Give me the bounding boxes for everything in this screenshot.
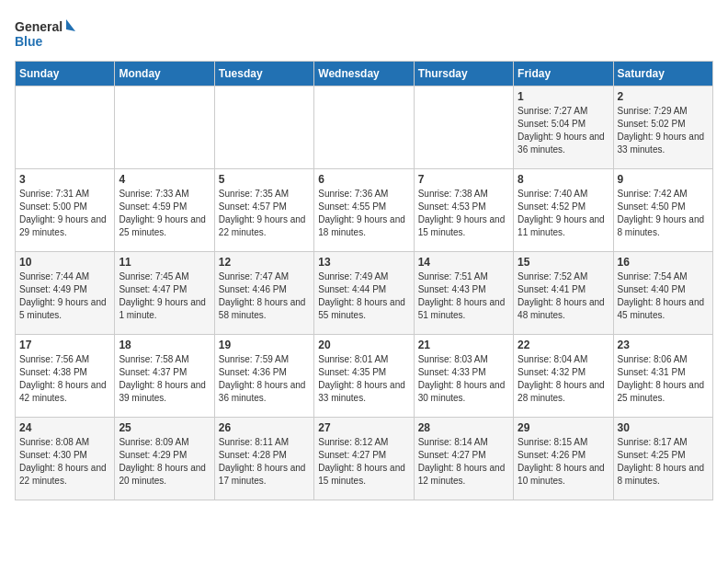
day-info: Sunrise: 7:42 AMSunset: 4:50 PMDaylight:…	[618, 188, 709, 239]
day-number: 19	[219, 339, 310, 351]
day-info: Sunrise: 7:47 AMSunset: 4:46 PMDaylight:…	[219, 270, 310, 322]
day-info: Sunrise: 7:49 AMSunset: 4:44 PMDaylight:…	[318, 270, 409, 322]
day-info: Sunrise: 7:56 AMSunset: 4:38 PMDaylight:…	[19, 353, 110, 405]
weekday-header-thursday: Thursday	[414, 62, 513, 86]
day-number: 20	[318, 339, 409, 351]
calendar-cell	[414, 86, 513, 169]
logo: GeneralBlue	[15, 15, 79, 52]
svg-marker-2	[66, 19, 75, 31]
calendar-cell: 13Sunrise: 7:49 AMSunset: 4:44 PMDayligh…	[314, 252, 414, 335]
day-number: 13	[318, 256, 409, 269]
calendar-cell: 4Sunrise: 7:33 AMSunset: 4:59 PMDaylight…	[115, 169, 214, 252]
calendar-cell: 28Sunrise: 8:14 AMSunset: 4:27 PMDayligh…	[414, 418, 513, 500]
calendar-cell: 12Sunrise: 7:47 AMSunset: 4:46 PMDayligh…	[214, 252, 313, 335]
day-info: Sunrise: 8:14 AMSunset: 4:27 PMDaylight:…	[418, 436, 509, 488]
calendar-cell: 21Sunrise: 8:03 AMSunset: 4:33 PMDayligh…	[414, 335, 513, 418]
day-number: 25	[119, 421, 210, 434]
calendar-cell	[214, 86, 313, 169]
day-info: Sunrise: 7:31 AMSunset: 5:00 PMDaylight:…	[19, 188, 110, 239]
day-info: Sunrise: 7:44 AMSunset: 4:49 PMDaylight:…	[19, 270, 110, 322]
day-info: Sunrise: 7:29 AMSunset: 5:02 PMDaylight:…	[618, 105, 709, 156]
weekday-header-monday: Monday	[115, 62, 214, 86]
calendar-cell: 26Sunrise: 8:11 AMSunset: 4:28 PMDayligh…	[214, 418, 313, 500]
day-info: Sunrise: 7:27 AMSunset: 5:04 PMDaylight:…	[518, 105, 609, 156]
day-number: 28	[418, 421, 509, 434]
day-number: 18	[119, 339, 210, 351]
svg-text:Blue: Blue	[15, 34, 43, 49]
calendar-cell: 19Sunrise: 7:59 AMSunset: 4:36 PMDayligh…	[214, 335, 313, 418]
calendar-header: SundayMondayTuesdayWednesdayThursdayFrid…	[16, 62, 713, 86]
calendar-cell: 22Sunrise: 8:04 AMSunset: 4:32 PMDayligh…	[514, 335, 613, 418]
calendar-cell: 14Sunrise: 7:51 AMSunset: 4:43 PMDayligh…	[414, 252, 513, 335]
calendar-week-row: 17Sunrise: 7:56 AMSunset: 4:38 PMDayligh…	[16, 335, 713, 418]
weekday-header-friday: Friday	[514, 62, 613, 86]
day-info: Sunrise: 7:54 AMSunset: 4:40 PMDaylight:…	[618, 270, 709, 322]
calendar-cell: 2Sunrise: 7:29 AMSunset: 5:02 PMDaylight…	[613, 86, 712, 169]
calendar-cell: 6Sunrise: 7:36 AMSunset: 4:55 PMDaylight…	[314, 169, 414, 252]
day-number: 4	[119, 173, 210, 186]
day-number: 14	[418, 256, 509, 269]
calendar-cell: 9Sunrise: 7:42 AMSunset: 4:50 PMDaylight…	[613, 169, 712, 252]
calendar-table: SundayMondayTuesdayWednesdayThursdayFrid…	[15, 61, 713, 500]
calendar-cell: 1Sunrise: 7:27 AMSunset: 5:04 PMDaylight…	[514, 86, 613, 169]
day-number: 27	[318, 421, 409, 434]
day-number: 7	[418, 173, 509, 186]
calendar-cell: 24Sunrise: 8:08 AMSunset: 4:30 PMDayligh…	[16, 418, 115, 500]
day-number: 11	[119, 256, 210, 269]
day-info: Sunrise: 7:59 AMSunset: 4:36 PMDaylight:…	[219, 353, 310, 405]
calendar-cell: 16Sunrise: 7:54 AMSunset: 4:40 PMDayligh…	[613, 252, 712, 335]
day-info: Sunrise: 8:15 AMSunset: 4:26 PMDaylight:…	[518, 436, 609, 488]
day-number: 26	[219, 421, 310, 434]
calendar-cell: 5Sunrise: 7:35 AMSunset: 4:57 PMDaylight…	[214, 169, 313, 252]
calendar-cell: 11Sunrise: 7:45 AMSunset: 4:47 PMDayligh…	[115, 252, 214, 335]
calendar-cell: 29Sunrise: 8:15 AMSunset: 4:26 PMDayligh…	[514, 418, 613, 500]
weekday-header-wednesday: Wednesday	[314, 62, 414, 86]
day-number: 16	[618, 256, 709, 269]
weekday-header-tuesday: Tuesday	[214, 62, 313, 86]
calendar-cell	[16, 86, 115, 169]
day-info: Sunrise: 8:06 AMSunset: 4:31 PMDaylight:…	[618, 353, 709, 405]
calendar-week-row: 3Sunrise: 7:31 AMSunset: 5:00 PMDaylight…	[16, 169, 713, 252]
day-number: 29	[518, 421, 609, 434]
calendar-cell: 15Sunrise: 7:52 AMSunset: 4:41 PMDayligh…	[514, 252, 613, 335]
calendar-cell: 18Sunrise: 7:58 AMSunset: 4:37 PMDayligh…	[115, 335, 214, 418]
weekday-header-saturday: Saturday	[613, 62, 712, 86]
calendar-week-row: 24Sunrise: 8:08 AMSunset: 4:30 PMDayligh…	[16, 418, 713, 500]
day-info: Sunrise: 7:40 AMSunset: 4:52 PMDaylight:…	[518, 188, 609, 239]
day-info: Sunrise: 8:08 AMSunset: 4:30 PMDaylight:…	[19, 436, 110, 488]
day-number: 8	[518, 173, 609, 186]
day-info: Sunrise: 7:51 AMSunset: 4:43 PMDaylight:…	[418, 270, 509, 322]
day-info: Sunrise: 8:04 AMSunset: 4:32 PMDaylight:…	[518, 353, 609, 405]
day-number: 22	[518, 339, 609, 351]
day-number: 9	[618, 173, 709, 186]
day-info: Sunrise: 7:45 AMSunset: 4:47 PMDaylight:…	[119, 270, 210, 322]
weekday-header-row: SundayMondayTuesdayWednesdayThursdayFrid…	[16, 62, 713, 86]
day-number: 15	[518, 256, 609, 269]
day-info: Sunrise: 7:33 AMSunset: 4:59 PMDaylight:…	[119, 188, 210, 239]
calendar-week-row: 10Sunrise: 7:44 AMSunset: 4:49 PMDayligh…	[16, 252, 713, 335]
day-number: 24	[19, 421, 110, 434]
day-info: Sunrise: 8:12 AMSunset: 4:27 PMDaylight:…	[318, 436, 409, 488]
calendar-cell: 10Sunrise: 7:44 AMSunset: 4:49 PMDayligh…	[16, 252, 115, 335]
calendar-cell	[115, 86, 214, 169]
day-number: 10	[19, 256, 110, 269]
weekday-header-sunday: Sunday	[16, 62, 115, 86]
day-number: 6	[318, 173, 409, 186]
calendar-cell: 27Sunrise: 8:12 AMSunset: 4:27 PMDayligh…	[314, 418, 414, 500]
day-number: 21	[418, 339, 509, 351]
calendar-week-row: 1Sunrise: 7:27 AMSunset: 5:04 PMDaylight…	[16, 86, 713, 169]
calendar-cell: 8Sunrise: 7:40 AMSunset: 4:52 PMDaylight…	[514, 169, 613, 252]
svg-text:General: General	[15, 19, 63, 34]
day-info: Sunrise: 8:09 AMSunset: 4:29 PMDaylight:…	[119, 436, 210, 488]
day-number: 12	[219, 256, 310, 269]
calendar-cell	[314, 86, 414, 169]
day-info: Sunrise: 7:36 AMSunset: 4:55 PMDaylight:…	[318, 188, 409, 239]
calendar-cell: 25Sunrise: 8:09 AMSunset: 4:29 PMDayligh…	[115, 418, 214, 500]
day-info: Sunrise: 8:01 AMSunset: 4:35 PMDaylight:…	[318, 353, 409, 405]
calendar-cell: 3Sunrise: 7:31 AMSunset: 5:00 PMDaylight…	[16, 169, 115, 252]
calendar-cell: 20Sunrise: 8:01 AMSunset: 4:35 PMDayligh…	[314, 335, 414, 418]
day-number: 23	[618, 339, 709, 351]
logo-svg: GeneralBlue	[15, 15, 79, 52]
day-info: Sunrise: 8:17 AMSunset: 4:25 PMDaylight:…	[618, 436, 709, 488]
day-info: Sunrise: 8:11 AMSunset: 4:28 PMDaylight:…	[219, 436, 310, 488]
